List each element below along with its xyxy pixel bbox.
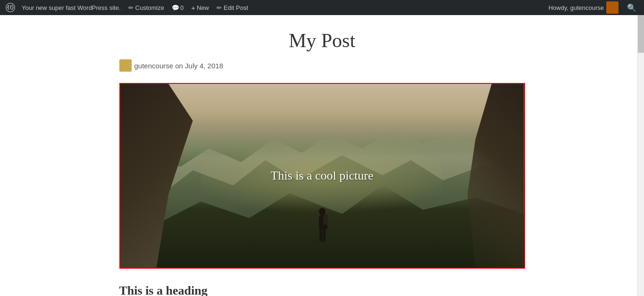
svg-point-0	[319, 208, 326, 215]
wp-logo-button[interactable]	[3, 0, 18, 15]
svg-rect-4	[323, 229, 326, 242]
comments-link[interactable]: 💬 0	[168, 0, 187, 15]
scrollbar[interactable]	[637, 15, 644, 296]
howdy-link[interactable]: Howdy, gutencourse	[544, 0, 622, 15]
svg-rect-3	[319, 229, 322, 242]
edit-icon: ✏	[217, 4, 222, 11]
image-block-selected[interactable]: This is a cool picture	[119, 83, 525, 269]
admin-bar-right-section: Howdy, gutencourse 🔍	[544, 0, 641, 15]
site-name-text: Your new super fast WordPress site.	[22, 4, 121, 11]
author-avatar	[119, 59, 132, 72]
comment-icon: 💬	[172, 4, 179, 11]
customize-icon: ✏	[128, 4, 134, 11]
post-meta-text: gutencourse on July 4, 2018	[134, 62, 223, 70]
author-link[interactable]: gutencourse	[134, 62, 174, 70]
edit-post-link[interactable]: ✏ Edit Post	[213, 0, 252, 15]
customize-link[interactable]: ✏ Customize	[125, 0, 168, 15]
post-title: My Post	[119, 29, 525, 52]
main-content: My Post gutencourse on July 4, 2018	[110, 15, 535, 296]
scrollbar-thumb[interactable]	[638, 15, 644, 53]
svg-rect-2	[323, 214, 328, 225]
post-subheading: This is a heading	[119, 284, 525, 296]
image-block: This is a cool picture	[120, 84, 524, 268]
admin-avatar	[606, 1, 619, 14]
plus-icon: +	[191, 4, 195, 12]
admin-search-button[interactable]: 🔍	[622, 0, 641, 15]
new-content-link[interactable]: + New	[187, 0, 213, 15]
person-silhouette	[313, 206, 332, 253]
search-icon: 🔍	[627, 3, 636, 12]
post-date: July 4, 2018	[185, 62, 223, 70]
site-name-link[interactable]: Your new super fast WordPress site.	[18, 0, 125, 15]
post-meta: gutencourse on July 4, 2018	[119, 59, 525, 72]
admin-bar: Your new super fast WordPress site. ✏ Cu…	[0, 0, 644, 15]
mountain-image: This is a cool picture	[120, 84, 524, 268]
